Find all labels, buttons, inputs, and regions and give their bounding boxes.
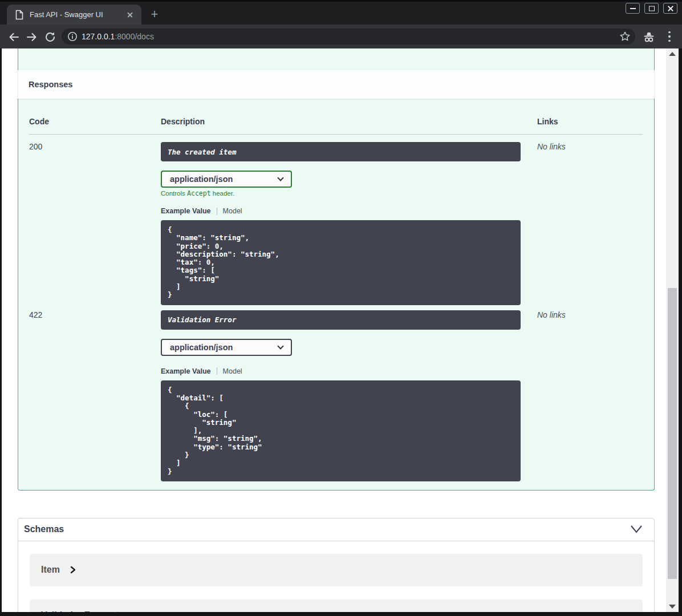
response-code: 200 [29, 142, 161, 305]
media-type-select-422[interactable]: application/json [161, 339, 292, 356]
media-type-value: application/json [161, 171, 292, 188]
media-type-value: application/json [161, 339, 292, 356]
chevron-down-icon[interactable] [630, 525, 643, 534]
response-row-422: 422 Validation Error application/json Ex… [29, 305, 643, 481]
scrollbar-thumb[interactable] [668, 288, 677, 579]
model-card-item[interactable]: Item [30, 554, 643, 586]
response-description-text: The created item [168, 148, 236, 156]
responses-title: Responses [29, 80, 72, 89]
example-json-200: { "name": "string", "price": 0, "descrip… [161, 220, 521, 305]
forward-button[interactable] [26, 31, 38, 43]
tab-separator [217, 367, 217, 375]
tab-example-value[interactable]: Example Value [161, 207, 211, 215]
col-header-description: Description [161, 117, 537, 126]
back-button[interactable] [7, 31, 20, 43]
tab-example-value[interactable]: Example Value [161, 367, 211, 375]
col-header-links: Links [537, 117, 643, 126]
maximize-icon [649, 6, 655, 11]
incognito-badge-icon[interactable] [642, 30, 655, 43]
opblock-post: Responses Code Description Links 200 The… [18, 48, 655, 491]
model-name: Item [41, 565, 60, 575]
tab-separator [217, 208, 217, 215]
model-name: ValidationError [41, 610, 107, 612]
url-bar[interactable]: 127.0.0.1:8000/docs [62, 29, 635, 44]
tab-close-icon[interactable] [124, 9, 136, 21]
responses-table: Code Description Links 200 The created i… [18, 99, 654, 490]
response-description-cell: The created item application/json Contro… [161, 142, 537, 305]
example-json-422: { "detail": [ { "loc": [ "string" ], "ms… [161, 380, 521, 481]
reload-button[interactable] [44, 31, 56, 43]
response-description-box: The created item [161, 142, 521, 161]
page-viewport: Responses Code Description Links 200 The… [2, 48, 679, 612]
window-controls [626, 3, 677, 14]
schemas-header[interactable]: Schemas [18, 518, 654, 541]
schemas-body: Item ValidationError [18, 541, 654, 612]
page-scrollbar[interactable] [666, 48, 679, 612]
response-description-cell: Validation Error application/json Exampl… [161, 310, 537, 481]
swagger-page: Responses Code Description Links 200 The… [2, 48, 666, 612]
model-card-validationerror[interactable]: ValidationError [30, 599, 643, 612]
accept-header-note: Controls Accept header. [161, 189, 537, 197]
schemas-title: Schemas [24, 524, 630, 534]
accept-note-pre: Controls [161, 190, 187, 197]
tab-title: Fast API - Swagger UI [30, 10, 124, 19]
chevron-right-icon [70, 565, 76, 574]
tab-model[interactable]: Model [223, 367, 242, 375]
url-path: :8000/docs [115, 32, 154, 41]
minimize-button[interactable] [626, 3, 640, 14]
accept-note-post: header. [211, 190, 235, 197]
response-links: No links [537, 142, 643, 305]
browser-menu-icon[interactable] [668, 31, 671, 42]
tab-model[interactable]: Model [223, 207, 242, 215]
schemas-section: Schemas Item [18, 518, 655, 612]
response-row-200: 200 The created item application/json Co… [29, 135, 643, 305]
accept-note-code: Accept [187, 189, 211, 197]
response-code: 422 [29, 310, 161, 481]
site-info-icon[interactable] [67, 31, 78, 42]
example-model-tabs: Example Value Model [161, 207, 537, 215]
tab-strip: Fast API - Swagger UI + [0, 0, 682, 25]
bookmark-star-icon[interactable] [619, 31, 631, 42]
browser-toolbar: 127.0.0.1:8000/docs [0, 25, 682, 48]
response-links: No links [537, 310, 643, 481]
responses-table-header: Code Description Links [29, 99, 643, 135]
minimize-icon [630, 8, 636, 9]
media-type-select-200[interactable]: application/json [161, 171, 292, 188]
scroll-up-icon[interactable] [669, 52, 676, 56]
example-model-tabs: Example Value Model [161, 367, 537, 375]
responses-section-header: Responses [18, 70, 655, 99]
url-host: 127.0.0.1 [82, 32, 115, 41]
browser-tab[interactable]: Fast API - Swagger UI [7, 5, 141, 25]
maximize-button[interactable] [644, 3, 659, 14]
scroll-down-icon[interactable] [669, 605, 676, 609]
close-button[interactable] [663, 3, 677, 14]
new-tab-button[interactable]: + [147, 7, 162, 22]
response-description-text: Validation Error [168, 315, 236, 324]
url-text: 127.0.0.1:8000/docs [82, 32, 619, 41]
col-header-code: Code [29, 117, 161, 126]
page-favicon-icon [15, 10, 24, 20]
close-icon [664, 3, 677, 13]
chevron-right-icon [116, 611, 123, 612]
response-description-box: Validation Error [161, 310, 521, 330]
